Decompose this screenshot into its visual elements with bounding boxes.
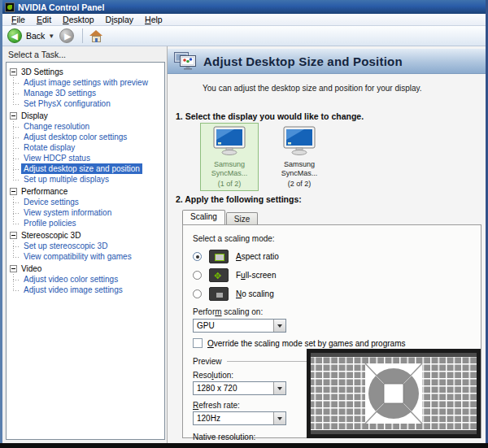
tree-task-link[interactable]: Set PhysX configuration [21,98,113,109]
perform-scaling-select[interactable]: GPU [193,319,286,333]
menu-display[interactable]: Display [100,15,139,24]
title-bar: NVIDIA Control Panel [2,0,486,14]
collapse-icon[interactable] [10,265,17,272]
tree-task-link[interactable]: Change resolution [21,121,92,132]
tree-task-link[interactable]: Set up stereoscopic 3D [21,241,110,251]
radio-button[interactable] [193,271,202,280]
radio-no-scaling[interactable]: No scaling [193,287,274,301]
radio-full-screen[interactable]: ✥ Full-screen [193,268,276,282]
override-checkbox-row[interactable]: Override the scaling mode set by games a… [193,338,405,348]
full-screen-icon: ✥ [209,268,229,282]
scaling-tab-panel: Select a scaling mode: Aspect ratio ✥ Fu… [182,224,481,438]
tab-size[interactable]: Size [226,212,258,224]
tree-task-link[interactable]: Adjust image settings with preview [21,77,150,88]
radio-button[interactable] [193,252,202,261]
main-panel: Adjust Desktop Size and Position You can… [167,46,486,443]
perform-scaling-value: GPU [194,321,273,330]
tree-section: PerformanceDevice settingsView system in… [10,186,163,228]
scaling-mode-label: Select a scaling mode: [193,234,275,243]
tree-task-link[interactable]: Rotate display [21,142,77,153]
tree-category[interactable]: Display [10,111,163,121]
resolution-select[interactable]: 1280 x 720 [193,381,286,395]
step2-heading: 2. Apply the following settings: [176,194,302,204]
no-scaling-icon [209,287,229,301]
aspect-ratio-icon [209,250,229,263]
menu-help[interactable]: Help [139,15,168,24]
combo-arrow-icon[interactable] [273,382,285,394]
tree-category[interactable]: Stereoscopic 3D [10,230,163,241]
page-description: You can adjust the desktop size and posi… [203,84,422,93]
refresh-rate-value: 120Hz [194,414,273,423]
toolbar: ◀ Back ▼ ▶ [2,26,486,46]
forward-button[interactable]: ▶ [59,28,74,43]
collapse-icon[interactable] [10,112,17,120]
tree-task-link[interactable]: Adjust video image settings [21,285,125,295]
menu-bar: File Edit Desktop Display Help [2,14,486,26]
tree-section: DisplayChange resolutionAdjust desktop c… [10,111,163,185]
display-item[interactable]: Samsung SyncMas...(2 of 2) [270,123,329,191]
page-header: Adjust Desktop Size and Position [168,49,486,74]
native-resolution-label: Native resolution: [193,433,255,441]
page-title: Adjust Desktop Size and Position [203,54,403,68]
combo-arrow-icon[interactable] [273,412,285,424]
tree-section: 3D SettingsAdjust image settings with pr… [10,67,163,109]
tree-section: Stereoscopic 3DSet up stereoscopic 3DVie… [10,230,163,262]
window-title: NVIDIA Control Panel [18,2,104,12]
home-icon[interactable] [89,30,103,42]
menu-desktop[interactable]: Desktop [57,15,100,24]
forward-arrow-icon: ▶ [64,33,71,41]
back-button-label[interactable]: Back [26,31,45,41]
tree-task-link[interactable]: Profile policies [21,218,78,228]
radio-button[interactable] [193,289,202,298]
menu-file[interactable]: File [6,15,31,24]
tree-task-link[interactable]: Device settings [21,197,81,207]
resolution-label: Resolution: [193,371,233,380]
tree-task-link[interactable]: View HDCP status [21,153,93,163]
step1-heading: 1. Select the display you would like to … [176,111,364,121]
refresh-rate-select[interactable]: 120Hz [193,411,286,425]
scaling-preview-image [307,349,481,438]
resolution-value: 1280 x 720 [194,384,273,393]
nvidia-logo-icon [5,2,15,12]
tree-task-link[interactable]: View compatibility with games [21,251,134,262]
tree-category[interactable]: Video [10,263,163,274]
full-screen-label: Full-screen [236,271,276,280]
monitor-icon [281,149,318,159]
tree-task-link[interactable]: Set up multiple displays [21,174,111,185]
menu-edit[interactable]: Edit [31,15,57,24]
no-scaling-label: No scaling [236,289,274,298]
display-selector: Samsung SyncMas...(1 of 2)Samsung SyncMa… [200,123,329,191]
tab-strip: Scaling Size [182,210,258,224]
window-bottom-edge [0,443,488,448]
tree-section: VideoAdjust video color settingsAdjust v… [10,263,163,295]
display-item[interactable]: Samsung SyncMas...(1 of 2) [200,123,259,191]
tree-task-link[interactable]: Adjust desktop color settings [21,132,129,142]
task-tree: 3D SettingsAdjust image settings with pr… [6,62,165,440]
tab-scaling[interactable]: Scaling [182,210,225,224]
tree-category-label: 3D Settings [21,67,63,76]
tree-category-label: Display [21,111,48,120]
refresh-rate-label: Refresh rate: [193,401,240,410]
back-dropdown-caret-icon[interactable]: ▼ [48,33,54,40]
back-arrow-icon: ◀ [11,33,18,41]
override-label: Override the scaling mode set by games a… [207,339,405,348]
collapse-icon[interactable] [10,68,17,76]
tree-category-label: Stereoscopic 3D [21,231,81,240]
display-label: Samsung SyncMas... [272,160,326,178]
tree-task-link[interactable]: Manage 3D settings [21,88,98,98]
app-window: NVIDIA Control Panel File Edit Desktop D… [0,0,488,448]
tree-task-link[interactable]: Adjust desktop size and position [21,163,142,174]
radio-aspect-ratio[interactable]: Aspect ratio [193,250,279,263]
collapse-icon[interactable] [10,188,17,195]
tree-category-label: Performance [21,187,68,196]
back-button[interactable]: ◀ [7,28,22,43]
override-checkbox[interactable] [193,338,203,348]
tree-task-link[interactable]: View system information [21,207,114,218]
tree-category[interactable]: Performance [10,186,163,197]
tree-task-link[interactable]: Adjust video color settings [21,274,120,285]
tree-category[interactable]: 3D Settings [10,67,163,77]
combo-arrow-icon[interactable] [273,320,285,332]
toolbar-separator [82,28,83,43]
sidebar: Select a Task... 3D SettingsAdjust image… [2,46,167,443]
collapse-icon[interactable] [10,232,17,239]
